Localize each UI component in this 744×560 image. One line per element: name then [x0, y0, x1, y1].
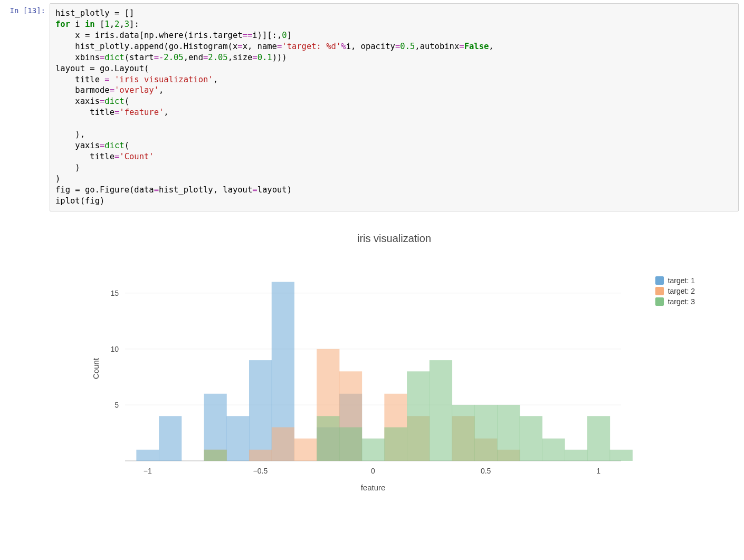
legend-item-2[interactable]: target: 2	[655, 287, 695, 295]
plot-title: iris visualization	[50, 233, 739, 245]
svg-text:15: 15	[110, 288, 119, 297]
input-prompt: In [13]:	[3, 3, 50, 15]
legend-item-3[interactable]: target: 3	[655, 297, 695, 306]
legend-swatch	[655, 276, 664, 285]
svg-text:0.5: 0.5	[481, 467, 491, 475]
plot-output: iris visualization 51015−1−0.500.51Count…	[50, 217, 739, 498]
svg-rect-42	[497, 405, 520, 461]
svg-rect-35	[339, 427, 362, 461]
svg-text:feature: feature	[361, 483, 386, 492]
svg-rect-41	[474, 405, 497, 461]
prompt-label: In [13]:	[10, 6, 45, 15]
svg-rect-17	[226, 416, 249, 461]
svg-text:1: 1	[596, 467, 600, 475]
svg-text:0: 0	[371, 467, 375, 475]
svg-rect-44	[542, 438, 565, 460]
svg-rect-37	[384, 427, 407, 461]
legend-label: target: 3	[668, 297, 695, 306]
svg-rect-46	[587, 416, 610, 461]
legend-item-1[interactable]: target: 1	[655, 276, 695, 285]
output-prompt	[3, 217, 50, 498]
svg-rect-43	[520, 416, 542, 461]
svg-rect-14	[136, 449, 159, 460]
svg-rect-45	[565, 449, 587, 460]
svg-rect-18	[249, 360, 272, 461]
code-cell: In [13]: hist_plotly = [] for i in [1,2,…	[0, 0, 744, 215]
legend-swatch	[655, 297, 664, 306]
legend-swatch	[655, 287, 664, 295]
legend-label: target: 2	[668, 287, 695, 295]
svg-rect-40	[452, 405, 475, 461]
output-cell: iris visualization 51015−1−0.500.51Count…	[0, 215, 744, 500]
svg-rect-25	[294, 438, 317, 460]
svg-rect-15	[159, 416, 182, 461]
legend: target: 1 target: 2 target: 3	[655, 276, 695, 308]
svg-rect-33	[204, 449, 227, 460]
legend-label: target: 1	[668, 276, 695, 285]
svg-rect-47	[610, 449, 633, 460]
plot-area[interactable]: 51015−1−0.500.51Countfeature target: 1 t…	[83, 271, 705, 498]
svg-rect-23	[249, 449, 272, 460]
svg-text:Count: Count	[91, 358, 100, 379]
svg-text:10: 10	[110, 344, 119, 353]
svg-text:−0.5: −0.5	[253, 467, 268, 475]
svg-text:5: 5	[115, 401, 119, 409]
svg-rect-24	[272, 427, 294, 461]
svg-rect-36	[362, 438, 385, 460]
svg-rect-39	[430, 360, 452, 461]
svg-rect-34	[317, 416, 339, 461]
code-input[interactable]: hist_plotly = [] for i in [1,2,3]: x = i…	[50, 3, 739, 211]
svg-text:−1: −1	[144, 467, 152, 475]
svg-rect-38	[407, 371, 430, 461]
histogram-svg[interactable]: 51015−1−0.500.51Countfeature	[83, 271, 705, 498]
